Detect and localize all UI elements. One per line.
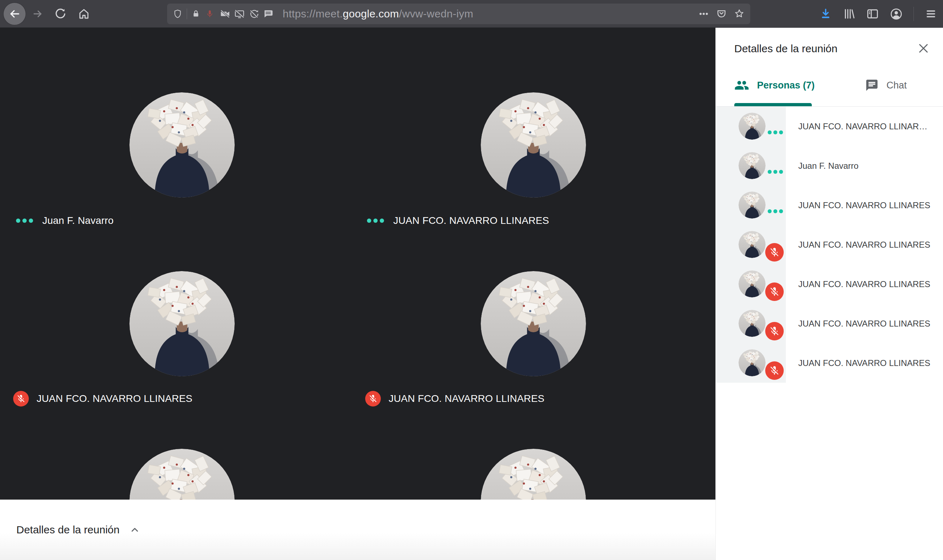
video-grid: Juan F. Navarro JUAN FCO. NAVARRO LLINAR…	[0, 28, 715, 500]
avatar	[481, 92, 586, 198]
mic-off-badge-icon	[765, 243, 784, 262]
avatar	[738, 271, 766, 297]
downloads-icon[interactable]	[819, 8, 832, 20]
panel-title: Detalles de la reunión	[734, 43, 837, 55]
page-actions-icon[interactable]	[698, 9, 709, 19]
chevron-up-icon	[129, 525, 140, 535]
avatar	[738, 192, 766, 218]
tile-label: Juan F. Navarro	[16, 212, 114, 229]
active-tab-underline	[734, 103, 812, 106]
speaking-indicator-icon	[367, 218, 384, 223]
participant-row[interactable]: JUAN FCO. NAVARRO LLINARES	[716, 304, 943, 343]
participant-name: JUAN FCO. NAVARRO LLINARES	[798, 343, 937, 383]
sidebar-toggle-icon[interactable]	[866, 8, 879, 20]
back-button[interactable]	[3, 3, 26, 25]
avatar	[129, 271, 235, 376]
avatar	[481, 271, 586, 376]
url-path: /wvw-wedn-iym	[399, 8, 473, 20]
meeting-details-toggle[interactable]: Detalles de la reunión	[16, 500, 140, 560]
mic-in-use-icon[interactable]	[205, 9, 214, 18]
avatar	[738, 112, 766, 140]
url-prefix: https://meet.	[283, 8, 343, 20]
participant-row[interactable]: JUAN FCO. NAVARRO LLINARES	[716, 186, 943, 225]
library-icon[interactable]	[843, 8, 855, 20]
avatar	[129, 92, 235, 198]
pocket-icon[interactable]	[716, 9, 727, 19]
close-panel-icon[interactable]	[917, 42, 930, 55]
camera-blocked-icon[interactable]	[220, 9, 230, 19]
tab-chat[interactable]: Chat	[865, 75, 907, 96]
avatar	[738, 310, 766, 337]
participant-name: Juan F. Navarro	[42, 215, 114, 226]
participant-name: Juan F. Navarro	[798, 146, 937, 186]
menu-icon[interactable]	[925, 8, 937, 20]
tile-label: JUAN FCO. NAVARRO LLINARES	[365, 390, 544, 407]
participant-name: JUAN FCO. NAVARRO LLINAR…	[798, 106, 937, 146]
mic-off-badge-icon	[765, 362, 784, 380]
url-text[interactable]: https://meet.google.com/wvw-wedn-iym	[283, 8, 694, 20]
avatar	[738, 152, 766, 179]
tab-chat-label: Chat	[886, 80, 907, 91]
autoplay-blocked-icon[interactable]	[248, 9, 259, 19]
participant-name: JUAN FCO. NAVARRO LLINARES	[798, 225, 937, 265]
meet-control-bar: Detalles de la reunión Presentar ahor	[0, 500, 715, 560]
mic-off-badge-icon	[365, 391, 381, 406]
participant-row[interactable]: Juan F. Navarro	[716, 146, 943, 186]
back-arrow-icon	[8, 7, 22, 21]
avatar	[738, 231, 766, 258]
forward-button[interactable]	[32, 8, 44, 20]
url-domain: google.com	[343, 8, 399, 20]
avatar	[738, 349, 766, 376]
speaking-indicator-icon	[768, 170, 783, 174]
participant-name: JUAN FCO. NAVARRO LLINARES	[798, 186, 937, 225]
participant-name: JUAN FCO. NAVARRO LLINARES	[393, 215, 549, 226]
mic-off-badge-icon	[765, 322, 784, 340]
avatar	[129, 449, 235, 500]
tab-personas-label: Personas (7)	[757, 80, 815, 91]
mic-off-badge-icon	[765, 283, 784, 301]
participant-row[interactable]: JUAN FCO. NAVARRO LLINAR…	[716, 106, 943, 146]
participant-row[interactable]: JUAN FCO. NAVARRO LLINARES	[716, 225, 943, 265]
participant-row[interactable]: JUAN FCO. NAVARRO LLINARES	[716, 343, 943, 383]
account-icon[interactable]	[890, 8, 903, 21]
home-button[interactable]	[77, 8, 90, 20]
participant-name: JUAN FCO. NAVARRO LLINARES	[389, 393, 544, 405]
speaking-indicator-icon	[16, 218, 33, 223]
tracking-protection-shield-icon[interactable]	[173, 9, 182, 19]
url-bar[interactable]: https://meet.google.com/wvw-wedn-iym	[167, 3, 750, 24]
participant-row[interactable]: JUAN FCO. NAVARRO LLINARES	[716, 265, 943, 304]
tile-label: JUAN FCO. NAVARRO LLINARES	[13, 390, 193, 407]
meeting-details-label: Detalles de la reunión	[16, 524, 119, 536]
avatar	[481, 449, 586, 500]
browser-toolbar: https://meet.google.com/wvw-wedn-iym	[0, 0, 943, 28]
people-icon	[734, 78, 749, 93]
speaking-indicator-icon	[768, 209, 783, 213]
chat-icon	[865, 78, 879, 92]
participant-name: JUAN FCO. NAVARRO LLINARES	[798, 265, 937, 304]
tab-personas[interactable]: Personas (7)	[734, 75, 815, 96]
participant-name: JUAN FCO. NAVARRO LLINARES	[37, 393, 193, 405]
google-meet-window: https://meet.google.com/wvw-wedn-iym	[0, 0, 943, 560]
screen-share-blocked-icon[interactable]	[234, 9, 245, 20]
toolbar-divider	[914, 7, 914, 21]
reload-button[interactable]	[54, 8, 67, 20]
meeting-details-panel: Detalles de la reunión Personas (7) Chat…	[715, 28, 943, 560]
participant-name: JUAN FCO. NAVARRO LLINARES	[798, 304, 937, 343]
mic-off-badge-icon	[13, 391, 29, 406]
speaking-indicator-icon	[768, 131, 783, 134]
notifications-icon[interactable]	[263, 9, 273, 19]
lock-icon[interactable]	[191, 9, 200, 18]
bookmark-star-icon[interactable]	[734, 9, 744, 19]
tile-label: JUAN FCO. NAVARRO LLINARES	[367, 212, 549, 229]
